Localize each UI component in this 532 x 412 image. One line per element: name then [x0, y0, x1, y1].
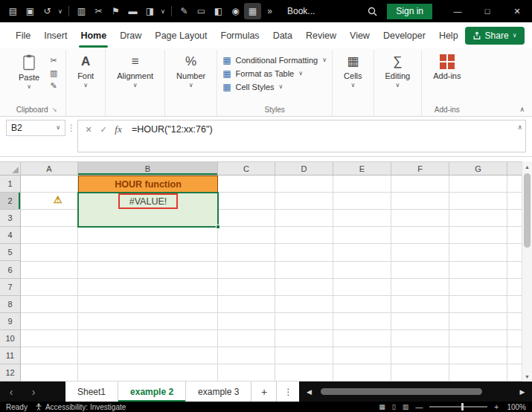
scroll-left-icon[interactable]: ◀ [304, 388, 314, 396]
new-sheet-button[interactable]: + [251, 382, 277, 402]
row-header-8[interactable]: 8 [0, 296, 20, 313]
vertical-scrollbar[interactable]: ▲ ▼ [522, 161, 532, 382]
scroll-down-icon[interactable]: ▼ [522, 371, 532, 382]
vertical-scroll-track[interactable] [522, 172, 532, 371]
formula-input[interactable]: =HOUR("12:xx:76") [126, 122, 522, 135]
cancel-icon[interactable]: ✕ [81, 122, 96, 137]
column-header-partial[interactable] [507, 162, 522, 175]
overflow-icon[interactable]: » [261, 3, 278, 19]
cut-icon[interactable]: ✂ [47, 56, 60, 65]
paste-button[interactable]: Paste ∨ [13, 50, 45, 90]
editing-button[interactable]: ∑ Editing ∨ [379, 50, 417, 88]
format-painter-icon[interactable]: ✎ [47, 81, 60, 91]
addins-button[interactable]: Add-ins [427, 50, 467, 80]
alignment-button[interactable]: ≡ Alignment ∨ [111, 50, 159, 88]
undo-dropdown-icon[interactable]: ∨ [56, 3, 65, 19]
horizontal-scrollbar[interactable]: ◀ ▶ [299, 382, 532, 402]
cell-styles-button[interactable]: ▦ Cell Styles ∨ [222, 83, 327, 91]
page-icon[interactable]: ▭ [193, 3, 210, 19]
number-button[interactable]: % Number ∨ [170, 50, 211, 88]
collapse-ribbon-icon[interactable]: ∧ [519, 106, 525, 113]
tab-insert[interactable]: Insert [37, 23, 74, 48]
tab-file[interactable]: File [9, 23, 37, 48]
cell-B1[interactable]: HOUR function [78, 176, 218, 193]
column-header-b[interactable]: B [78, 162, 218, 175]
minimize-button[interactable]: — [443, 0, 472, 22]
row-header-5[interactable]: 5 [0, 244, 20, 261]
shape-icon[interactable]: ◨ [141, 3, 158, 19]
insert-function-icon[interactable]: fx [111, 122, 126, 137]
tab-review[interactable]: Review [299, 23, 343, 48]
table-icon[interactable]: ▦ [244, 3, 261, 19]
cut-icon[interactable]: ✂ [90, 3, 107, 19]
dialog-launcher-icon[interactable]: ↘ [52, 106, 57, 113]
tab-data[interactable]: Data [266, 23, 299, 48]
horizontal-scroll-track[interactable] [318, 388, 513, 395]
accessibility-status[interactable]: Accessibility: Investigate [35, 403, 126, 411]
tab-developer[interactable]: Developer [376, 23, 432, 48]
column-header-a[interactable]: A [21, 162, 78, 175]
page-layout-view-icon[interactable]: ▯ [392, 403, 396, 411]
row-header-1[interactable]: 1 [0, 176, 20, 193]
cell-B2[interactable]: #VALUE! [78, 193, 218, 210]
select-all-corner[interactable] [0, 162, 21, 175]
zoom-slider[interactable] [429, 406, 487, 408]
zoom-out-icon[interactable]: — [415, 403, 423, 411]
sheet-tab-example-2[interactable]: example 2 [118, 382, 186, 402]
search-icon[interactable] [362, 7, 382, 16]
column-header-f[interactable]: F [391, 162, 449, 175]
scroll-up-icon[interactable]: ▲ [522, 161, 532, 172]
error-warning-icon[interactable]: ⚠ [54, 195, 63, 205]
maximize-button[interactable]: □ [472, 0, 502, 22]
cells-button[interactable]: ▦ Cells ∨ [338, 50, 368, 88]
zoom-percentage[interactable]: 100% [505, 403, 526, 411]
cells-area[interactable]: HOUR function #VALUE! ⚠ [21, 176, 522, 382]
undo-icon[interactable]: ↺ [39, 3, 56, 19]
highlighter-icon[interactable]: ▬ [124, 3, 141, 19]
enter-icon[interactable]: ✓ [96, 122, 111, 137]
save-icon[interactable]: ▣ [22, 3, 39, 19]
column-header-e[interactable]: E [333, 162, 391, 175]
sheet-tab-example-3[interactable]: example 3 [186, 382, 251, 402]
row-header-3[interactable]: 3 [0, 210, 20, 227]
fill-handle[interactable] [216, 225, 220, 229]
row-header-2[interactable]: 2 [0, 193, 20, 210]
tab-help[interactable]: Help [432, 23, 465, 48]
sheet-tab-sheet1[interactable]: Sheet1 [65, 382, 118, 402]
tab-home[interactable]: Home [74, 23, 113, 48]
sheet-nav-left-icon[interactable]: ‹ [0, 382, 22, 402]
tab-page-layout[interactable]: Page Layout [148, 23, 214, 48]
column-header-c[interactable]: C [218, 162, 275, 175]
row-header-11[interactable]: 11 [0, 347, 20, 364]
row-header-6[interactable]: 6 [0, 261, 20, 278]
row-header-4[interactable]: 4 [0, 227, 20, 244]
tab-draw[interactable]: Draw [113, 23, 148, 48]
flag-icon[interactable]: ⚑ [107, 3, 124, 19]
camera-icon[interactable]: ◉ [227, 3, 244, 19]
share-button[interactable]: Share ∨ [465, 27, 525, 45]
column-header-g[interactable]: G [449, 162, 507, 175]
close-button[interactable]: ✕ [502, 0, 532, 22]
tab-view[interactable]: View [343, 23, 376, 48]
page-break-view-icon[interactable]: ▥ [403, 403, 409, 411]
font-button[interactable]: A Font ∨ [71, 50, 100, 88]
tab-formulas[interactable]: Formulas [214, 23, 266, 48]
app-menu-icon[interactable]: ▤ [4, 3, 22, 19]
row-header-12[interactable]: 12 [0, 364, 20, 382]
scroll-right-icon[interactable]: ▶ [517, 388, 528, 396]
sign-in-button[interactable]: Sign in [387, 4, 432, 19]
draw-icon[interactable]: ✎ [176, 3, 193, 19]
collapse-formula-bar-icon[interactable]: ∧ [517, 123, 522, 131]
row-header-9[interactable]: 9 [0, 313, 20, 330]
sheet-options-icon[interactable]: ⋮ [277, 382, 299, 402]
name-box[interactable]: B2 ∨ [6, 120, 65, 136]
cell-B3[interactable] [78, 210, 218, 227]
zoom-in-icon[interactable]: + [494, 403, 499, 411]
clipboard-icon[interactable]: ▥ [73, 3, 90, 19]
zoom-slider-thumb[interactable] [461, 403, 464, 411]
normal-view-icon[interactable]: ▦ [379, 403, 385, 411]
horizontal-scroll-thumb[interactable] [321, 388, 482, 395]
stamp-icon[interactable]: ◧ [210, 3, 227, 19]
row-header-7[interactable]: 7 [0, 279, 20, 296]
sheet-nav-right-icon[interactable]: › [22, 382, 45, 402]
